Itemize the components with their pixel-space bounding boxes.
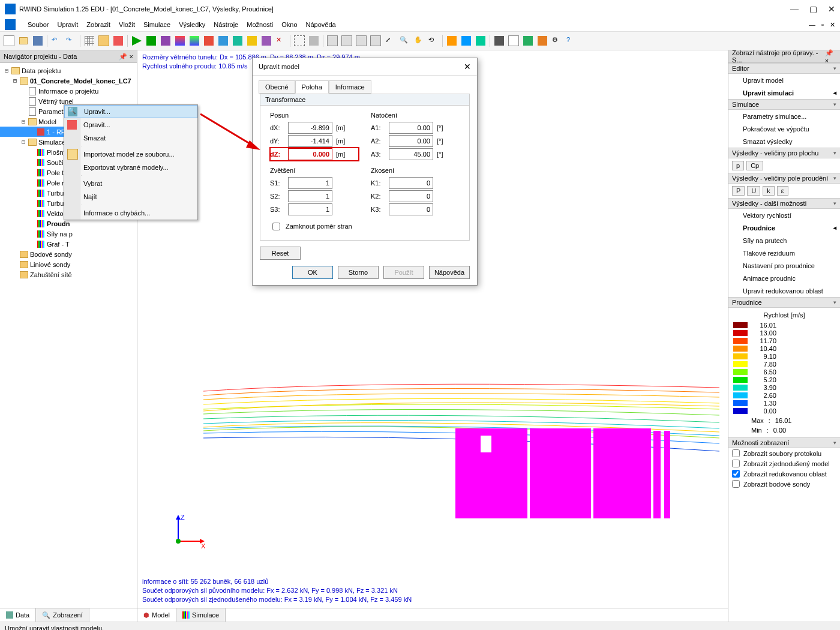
mdi-restore-button[interactable]: ▫ [821, 21, 824, 29]
ctx-export[interactable]: Exportovat vybrané modely... [64, 161, 197, 174]
btn-eps[interactable]: ε [777, 186, 788, 196]
panel-close-icon[interactable]: × [130, 53, 133, 61]
ritem-animace[interactable]: Animace proudnic [728, 272, 840, 284]
tb-open[interactable] [17, 34, 30, 47]
tree-sim[interactable]: Simulace [38, 139, 65, 146]
ritem-continue[interactable]: Pokračovat ve výpočtu [728, 122, 840, 135]
ctx-opravit[interactable]: Opravit... [64, 118, 197, 131]
tb-force[interactable] [260, 34, 273, 47]
tb-cp[interactable] [188, 34, 201, 47]
menu-upravit[interactable]: Upravit [57, 21, 78, 28]
input-a1[interactable] [389, 122, 433, 134]
sect-vpp[interactable]: Výsledky - veličiny pole proudění▾ [728, 173, 840, 184]
tree-info[interactable]: Informace o projektu [38, 88, 98, 95]
tb-rotate[interactable]: ⟲ [427, 34, 440, 47]
tb-settings[interactable]: ⚙ [550, 34, 563, 47]
dialog-close-button[interactable]: ✕ [464, 62, 471, 71]
tree-zahusteni[interactable]: Zahuštění sítě [30, 271, 72, 278]
menu-soubor[interactable]: Soubor [28, 21, 49, 28]
ritem-proudnice[interactable]: Proudnice◂ [728, 221, 840, 234]
tb-anim[interactable] [536, 34, 549, 47]
menu-napoveda[interactable]: Nápověda [306, 21, 336, 28]
maximize-button[interactable]: ▢ [809, 4, 817, 14]
ritem-upravit-simulaci[interactable]: Upravit simulaci◂ [728, 86, 840, 99]
sect-dm[interactable]: Výsledky - další možnosti▾ [728, 198, 840, 209]
chk-lock-ratio[interactable] [272, 223, 280, 230]
tb-pfield[interactable] [202, 34, 215, 47]
tb-help[interactable]: ? [565, 34, 578, 47]
sect-simulace[interactable]: Simulace▾ [728, 99, 840, 110]
sect-editor[interactable]: Editor▾ [728, 63, 840, 74]
tb-run[interactable] [130, 34, 143, 47]
reset-button[interactable]: Reset [260, 247, 301, 260]
tb-view-x[interactable] [340, 34, 353, 47]
tb-ufield[interactable] [217, 34, 230, 47]
chk-zjednoduseny[interactable]: Zobrazit zjednodušený model [728, 458, 840, 469]
tb-grid[interactable] [83, 34, 96, 47]
ctx-upravit[interactable]: 🔍Upravit... [64, 105, 197, 118]
input-s1[interactable] [288, 177, 332, 189]
input-k3[interactable] [389, 203, 433, 215]
tb-view-iso[interactable] [326, 34, 339, 47]
sect-mz[interactable]: Možnosti zobrazení▾ [728, 437, 840, 448]
tb-probe-l[interactable] [460, 34, 473, 47]
storno-button[interactable]: Storno [338, 266, 379, 279]
tb-probe-p[interactable] [445, 34, 458, 47]
menu-moznosti[interactable]: Možnosti [247, 21, 273, 28]
tree-liniove[interactable]: Liniové sondy [30, 261, 70, 268]
left-tab-data[interactable]: Data [0, 608, 36, 622]
input-k2[interactable] [389, 190, 433, 202]
input-a2[interactable] [389, 135, 433, 147]
menu-zobrazit[interactable]: Zobrazit [86, 21, 110, 28]
input-dy[interactable] [288, 135, 332, 147]
ctx-smazat[interactable]: Smazat [64, 131, 197, 145]
close-button[interactable]: ✕ [828, 4, 835, 14]
tb-mesh[interactable] [159, 34, 172, 47]
sect-proudnice[interactable]: Proudnice▾ [728, 297, 840, 308]
chk-redukovana[interactable]: Zobrazit redukovanou oblast [728, 469, 840, 479]
tb-export[interactable] [521, 34, 535, 47]
pin-icon[interactable]: 📌 [825, 49, 833, 56]
tree-sim-9[interactable]: Graf - T [47, 241, 70, 248]
mdi-close-button[interactable]: ✕ [830, 21, 835, 29]
tb-report[interactable] [507, 34, 520, 47]
btn-k[interactable]: k [763, 186, 775, 196]
tb-new[interactable] [2, 34, 16, 47]
btn-U[interactable]: U [747, 186, 760, 196]
tb-redo[interactable]: ↷ [64, 34, 77, 47]
menu-vlozit[interactable]: Vložit [119, 21, 135, 28]
ritem-sily[interactable]: Síly na prutech [728, 234, 840, 247]
btn-p[interactable]: p [732, 161, 744, 170]
tb-slicer[interactable] [307, 34, 320, 47]
chk-sondy[interactable]: Zobrazit bodové sondy [728, 479, 840, 489]
tb-undo[interactable]: ↶ [50, 34, 63, 47]
left-tab-zobrazeni[interactable]: 🔍Zobrazení [36, 608, 89, 622]
tb-clip[interactable] [293, 34, 306, 47]
input-s3[interactable] [288, 203, 332, 215]
ritem-residuum[interactable]: Tlakové reziduum [728, 247, 840, 259]
ritem-upravit-model[interactable]: Upravit model [728, 74, 840, 86]
napoveda-button[interactable]: Nápověda [429, 266, 470, 279]
pin-icon[interactable]: 📌 [119, 53, 127, 61]
ritem-vectors[interactable]: Vektory rychlostí [728, 209, 840, 221]
tree-bodove[interactable]: Bodové sondy [30, 251, 72, 258]
tb-velocity[interactable] [231, 34, 244, 47]
tb-pressure[interactable] [173, 34, 187, 47]
pouzit-button[interactable]: Použít [383, 266, 424, 279]
tb-screenshot[interactable] [493, 34, 506, 47]
tree-tunnel[interactable]: Větrný tunel [38, 98, 74, 105]
ctx-import[interactable]: Importovat model ze souboru... [64, 148, 197, 161]
tb-delete[interactable]: ✕ [274, 34, 287, 47]
input-k1[interactable] [389, 177, 433, 189]
ritem-delete-results[interactable]: Smazat výsledky [728, 135, 840, 148]
input-a3[interactable] [389, 148, 433, 160]
tree-project[interactable]: 01_Concrete_Model_konec_LC7 [30, 77, 131, 85]
center-tab-simulace[interactable]: Simulace [176, 608, 226, 622]
chk-protokol[interactable]: Zobrazit soubory protokolu [728, 448, 840, 458]
tab-poloha[interactable]: Poloha [295, 80, 329, 94]
ritem-oblast[interactable]: Upravit redukovanou oblast [728, 284, 840, 297]
input-dz[interactable] [288, 148, 332, 160]
ctx-najit[interactable]: Najít [64, 190, 197, 203]
tb-stream[interactable] [245, 34, 259, 47]
mdi-minimize-button[interactable]: — [809, 21, 815, 29]
